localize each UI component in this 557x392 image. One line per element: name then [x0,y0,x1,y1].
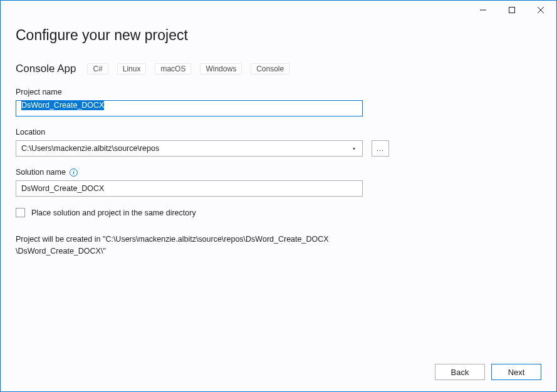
next-button[interactable]: Next [491,364,541,380]
solution-name-input[interactable] [16,180,363,197]
tag: Console [251,63,289,75]
path-hint-line1: Project will be created in "C:\Users\mac… [16,235,329,244]
svg-rect-1 [509,8,515,13]
subheader: Console App C# Linux macOS Windows Conso… [16,63,541,75]
path-hint: Project will be created in "C:\Users\mac… [16,234,541,257]
info-icon[interactable]: i [70,168,78,177]
solution-name-label: Solution name i [16,168,541,177]
content: Configure your new project Console App C… [1,27,556,257]
page-title: Configure your new project [16,27,541,44]
back-button[interactable]: Back [435,364,485,380]
location-label: Location [16,128,541,137]
same-dir-row[interactable]: Place solution and project in the same d… [16,208,541,217]
footer: Back Next [435,364,541,380]
browse-button[interactable]: ... [372,140,389,157]
project-name-input[interactable]: DsWord_Create_DOCX [16,100,363,116]
titlebar [1,1,556,19]
chevron-down-icon: ▾ [348,146,360,152]
location-select[interactable]: C:\Users\mackenzie.albitz\source\repos ▾ [16,140,363,157]
path-hint-line2: \DsWord_Create_DOCX\" [16,247,106,255]
tag: Windows [200,63,242,75]
location-value: C:\Users\mackenzie.albitz\source\repos [21,144,159,153]
tag: C# [87,63,108,75]
minimize-button[interactable] [469,1,497,19]
template-name: Console App [16,63,76,75]
same-dir-label: Place solution and project in the same d… [31,209,196,217]
solution-name-group: Solution name i [16,168,541,197]
project-name-group: Project name DsWord_Create_DOCX [16,88,541,116]
tag: macOS [155,63,191,75]
tag: Linux [117,63,147,75]
project-name-label: Project name [16,88,541,96]
same-dir-checkbox[interactable] [16,208,25,217]
close-button[interactable] [526,1,555,19]
maximize-button[interactable] [497,1,526,19]
location-group: Location C:\Users\mackenzie.albitz\sourc… [16,128,541,157]
